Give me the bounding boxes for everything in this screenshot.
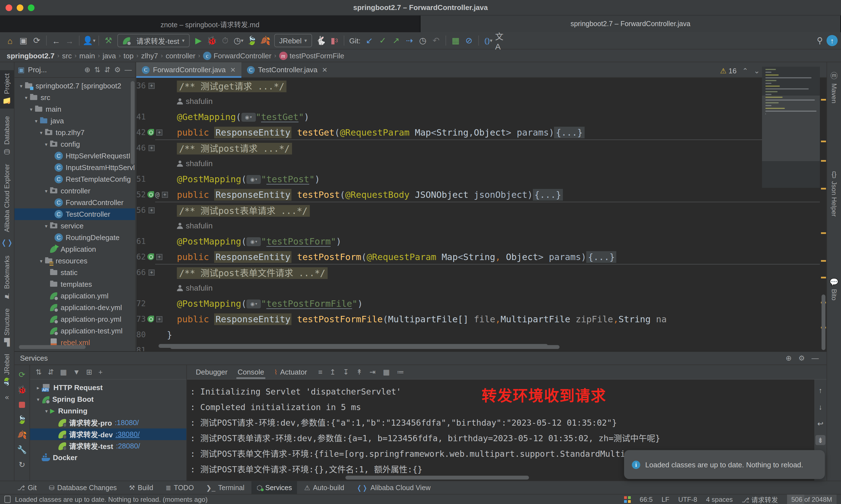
stop-icon[interactable] — [17, 399, 27, 410]
warning-stripe-mark[interactable] — [821, 188, 826, 190]
tree-item-config[interactable]: ▾config — [15, 138, 135, 150]
tool-window-button-terminal[interactable]: ❯_Terminal — [201, 481, 250, 494]
tree-chevron-icon[interactable]: ▸ — [34, 385, 42, 390]
warning-stripe-mark[interactable] — [821, 141, 826, 142]
breadcrumb-item-zlhy7[interactable]: zlhy7 — [141, 51, 158, 60]
console-tab-actuator[interactable]: ⌇Actuator — [270, 365, 312, 379]
tree-item-templates[interactable]: templates — [15, 278, 135, 290]
prev-warning-icon[interactable]: ⌃ — [742, 67, 748, 75]
group-by-icon[interactable]: ▦ — [60, 368, 67, 376]
code-with-me-icon[interactable]: ⦅⦆▾ — [482, 34, 495, 47]
tree-chevron-icon[interactable]: ▾ — [38, 258, 45, 264]
search-icon[interactable]: ⚲ — [813, 34, 826, 47]
breadcrumb-item-springboot2.7[interactable]: springboot2.7 — [7, 51, 54, 60]
tree-item-InputStreamHttpServl[interactable]: CInputStreamHttpServl — [15, 162, 135, 173]
tool-window-button-auto-build[interactable]: ⚠Auto-build — [299, 481, 349, 494]
tree-chevron-icon[interactable]: ▾ — [43, 188, 50, 194]
expand-all-icon[interactable]: ⇅ — [94, 66, 100, 74]
fold-marker-icon[interactable]: + — [149, 83, 155, 89]
scroll-down-icon[interactable]: ↓ — [816, 402, 825, 412]
service-item-Docker[interactable]: Docker — [30, 452, 186, 464]
wrench-icon[interactable]: 🔧 — [17, 445, 27, 454]
warning-stripe-mark[interactable] — [821, 260, 826, 262]
tool-strip-item-bito[interactable]: 💬Bito — [827, 278, 841, 300]
tool-strip-item-project[interactable]: 📁Project — [0, 70, 14, 109]
editor-horizontal-scrollbar[interactable] — [158, 344, 548, 348]
tree-item-application-dev.yml[interactable]: application-dev.yml — [15, 302, 135, 313]
close-tab-icon[interactable]: ✕ — [230, 66, 236, 74]
tree-item-Application[interactable]: Application — [15, 244, 135, 255]
jrebel-run-icon[interactable]: 🍃 — [245, 34, 259, 47]
tree-item-ForwardController[interactable]: CForwardController — [15, 197, 135, 209]
service-item--test[interactable]: 请求转发-test:28080/ — [30, 440, 186, 452]
spring-bean-gutter-icon[interactable] — [148, 316, 154, 322]
file-encoding[interactable]: UTF-8 — [678, 496, 697, 503]
rerun-icon[interactable]: ⟳ — [17, 370, 27, 379]
tree-chevron-icon[interactable]: ▾ — [43, 408, 50, 414]
frame-new-icon[interactable]: ⊞ — [86, 368, 92, 376]
mapping-url-icon[interactable]: ◉▾ — [241, 113, 256, 122]
tree-chevron-icon[interactable]: ▾ — [43, 223, 50, 229]
spring-bean-gutter-icon[interactable] — [148, 129, 154, 136]
project-vertical-scrollbar[interactable] — [131, 81, 135, 164]
debug-bug-icon[interactable]: 🐞 — [205, 34, 219, 47]
jrebel-run-icon[interactable]: 🍃 — [17, 415, 27, 425]
status-message[interactable]: Loaded classes are up to date. Nothing t… — [15, 496, 207, 503]
windows-colors-icon[interactable] — [624, 496, 631, 503]
service-item-Running[interactable]: ▾▶Running — [30, 405, 186, 417]
jump-to-source-icon[interactable]: ⇥ — [370, 368, 376, 376]
mapping-url-icon[interactable]: ◉▾ — [246, 175, 261, 184]
service-port-link[interactable]: :38080/ — [116, 430, 140, 438]
fold-marker-icon[interactable]: + — [156, 316, 162, 322]
tree-item-service[interactable]: ▾service — [15, 220, 135, 232]
service-item--pro[interactable]: 请求转发-pro:18080/ — [30, 417, 186, 428]
save-all-icon[interactable]: ▣ — [17, 34, 30, 47]
fold-marker-icon[interactable]: + — [156, 254, 162, 260]
breadcrumb-item-main[interactable]: main — [79, 51, 95, 60]
service-item--dev[interactable]: 请求转发-dev:38080/ — [30, 428, 186, 440]
tree-item-RoutingDelegate[interactable]: CRoutingDelegate — [15, 232, 135, 244]
memory-indicator[interactable]: 506 of 2048M — [787, 494, 837, 504]
service-item-SpringBoot[interactable]: ▾Spring Boot — [30, 393, 186, 405]
run-with-coverage-icon[interactable]: ◷▾ — [232, 34, 245, 47]
tree-chevron-icon[interactable]: ▾ — [28, 106, 34, 112]
tree-item-resources[interactable]: ▾resources — [15, 255, 135, 267]
alibaba-cloud-icon[interactable]: ❬❭ — [0, 240, 14, 248]
translate-icon[interactable]: 文A — [495, 34, 509, 47]
soft-wrap-icon[interactable]: ↩ — [816, 418, 825, 428]
tree-item-top.zlhy7[interactable]: ▾top.zlhy7 — [15, 127, 135, 138]
more-tool-windows-icon[interactable]: » — [0, 394, 14, 402]
inspections-widget[interactable]: ⚠ 16 ⌃ ⌄ — [720, 67, 760, 75]
jrebel-debug-icon[interactable]: 🍂 — [259, 34, 272, 47]
tree-item-java[interactable]: ▾java — [15, 115, 135, 127]
service-port-link[interactable]: :18080/ — [115, 418, 139, 427]
breadcrumb-item-java[interactable]: java — [103, 51, 116, 60]
fold-marker-icon[interactable]: + — [149, 269, 155, 275]
editor-tab-ForwardController.java[interactable]: CForwardController.java✕ — [136, 62, 241, 77]
tree-chevron-icon[interactable]: ▾ — [33, 118, 39, 124]
rollback-icon[interactable]: ↶ — [429, 34, 443, 47]
breadcrumb-item-src[interactable]: src — [62, 51, 72, 60]
tool-strip-item-jrebel[interactable]: 🍃JRebel — [0, 354, 14, 386]
collapse-all-icon[interactable]: ⇵ — [104, 66, 110, 74]
tree-item-static[interactable]: static — [15, 267, 135, 278]
jrebel-select[interactable]: JRebel▾ — [274, 34, 312, 47]
breadcrumb-item-ForwardController[interactable]: cForwardController — [203, 51, 271, 60]
menu-icon[interactable]: ≡ — [318, 368, 322, 376]
changed-files-icon[interactable]: ▮3 — [328, 34, 341, 47]
tool-strip-item-json-helper[interactable]: {}Json Helper — [827, 170, 841, 217]
layout-settings-icon[interactable]: ≔ — [397, 368, 404, 376]
tree-chevron-icon[interactable]: ▾ — [38, 130, 45, 135]
editor-error-stripe[interactable] — [820, 78, 826, 351]
spring-bean-gutter-icon[interactable] — [148, 253, 154, 260]
run-play-icon[interactable]: ▶ — [192, 34, 205, 47]
tree-chevron-icon[interactable]: ▾ — [43, 141, 50, 147]
collapse-all-icon[interactable]: ⇵ — [48, 368, 54, 376]
project-horizontal-scrollbar[interactable] — [19, 345, 86, 349]
jrebel-debug-icon[interactable]: 🍂 — [17, 430, 27, 439]
mapping-url-icon[interactable]: ◉▾ — [246, 300, 261, 308]
tool-window-button-services[interactable]: ⬡Services — [252, 481, 297, 494]
fold-marker-icon[interactable]: + — [149, 207, 155, 213]
git-branch-widget[interactable]: ⎇ 请求转发 — [742, 494, 778, 504]
scroll-to-end-icon[interactable]: ⇟ — [816, 435, 825, 445]
